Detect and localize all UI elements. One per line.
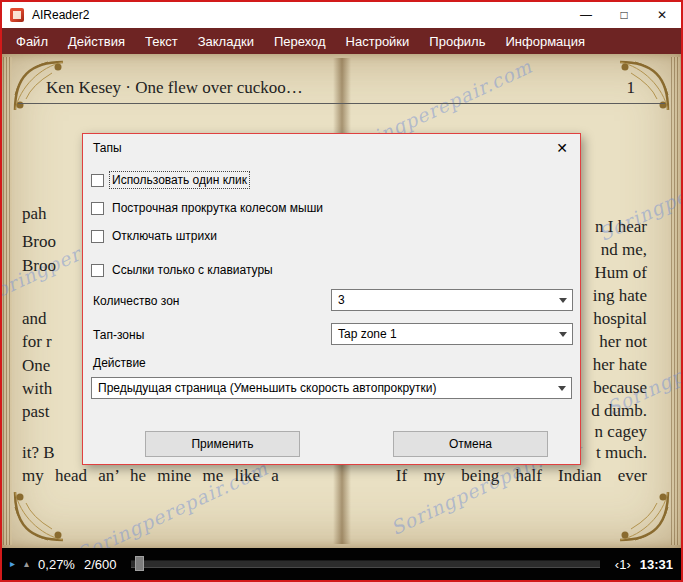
action-select[interactable]: Предыдущая страница (Уменьшить скорость … [91,377,572,399]
menu-file[interactable]: Файл [6,28,58,54]
apply-button[interactable]: Применить [145,431,300,457]
page-stack-left [3,57,12,545]
dialog-close-icon[interactable]: ✕ [553,139,571,157]
menu-profile[interactable]: Профиль [419,28,495,54]
chapter-indicator: ‹1› [615,557,631,572]
zones-count-select[interactable]: 3 [331,289,573,311]
menu-bar: Файл Действия Текст Закладки Переход Нас… [2,28,681,54]
checkbox-label: Ссылки только с клавиатуры [110,262,275,278]
status-marker-icon[interactable]: ▸ [10,559,15,569]
checkbox-single-click[interactable]: Использовать один клик [91,172,249,188]
book-text: Broo [22,232,56,252]
window-title: AIReader2 [32,8,89,22]
window-controls: — □ ✕ [567,2,681,28]
book-text: Hum of [595,263,647,283]
action-label: Действие [93,356,146,370]
dialog-title: Тапы [93,141,122,155]
checkbox-box[interactable] [91,174,104,187]
progress-slider[interactable] [131,560,599,568]
corner-ornament-icon [617,59,671,113]
menu-goto[interactable]: Переход [264,28,336,54]
zones-count-value: 3 [332,293,554,307]
book-text: her hate [593,355,647,375]
cancel-button[interactable]: Отмена [393,431,548,457]
book-text: n cagey [595,422,647,442]
corner-ornament-icon [12,489,66,543]
book-text: for r [22,332,52,352]
book-text: it? B [22,443,55,463]
tap-zones-value: Tap zone 1 [332,327,554,341]
book-text: with [22,379,52,399]
menu-info[interactable]: Информация [495,28,595,54]
checkbox-box[interactable] [91,202,104,215]
status-marker-icon[interactable]: ▴ [24,559,29,569]
corner-ornament-icon [617,489,671,543]
checkbox-disable-strokes[interactable]: Отключать штрихи [91,228,219,244]
tap-zones-label: Тап-зоны [93,328,144,342]
chevron-down-icon[interactable] [554,290,572,310]
checkbox-label: Построчная прокрутка колесом мыши [110,200,325,216]
book-text: my head an’ he mine me like a [22,466,279,486]
menu-text[interactable]: Текст [135,28,188,54]
menu-bookmarks[interactable]: Закладки [188,28,264,54]
clock: 13:31 [640,557,673,572]
menu-settings[interactable]: Настройки [336,28,420,54]
book-text: nd me, [601,240,647,260]
checkbox-links-keyboard-only[interactable]: Ссылки только с клавиатуры [91,262,275,278]
book-text: hospital [593,309,647,329]
book-text: past [22,402,49,422]
book-text: n I hear [595,217,647,237]
checkbox-line-scroll-wheel[interactable]: Построчная прокрутка колесом мыши [91,200,325,216]
taps-dialog: Тапы ✕ Использовать один клик Построчная… [82,133,581,465]
book-text: Broo [22,256,56,276]
tap-zones-select[interactable]: Tap zone 1 [331,323,573,345]
app-window: AIReader2 — □ ✕ Файл Действия Текст Закл… [0,0,683,582]
checkbox-box[interactable] [91,264,104,277]
progress-percent: 0,27% [38,557,75,572]
status-bar: ▸ ▴ 0,27% 2/600 ‹1› 13:31 [2,548,681,580]
page-stack-right [671,57,680,545]
chevron-down-icon[interactable] [554,324,572,344]
book-header: Ken Kesey · One flew over cuckoo… [46,78,303,98]
page-number: 1 [627,78,636,98]
book-text: because [593,378,647,398]
book-text: If my being half Indian ever [396,466,647,486]
title-bar: AIReader2 — □ ✕ [2,2,681,28]
book-text: ing hate [593,286,647,306]
minimize-button[interactable]: — [567,2,605,28]
app-icon [10,8,24,22]
zones-count-label: Количество зон [93,294,179,308]
page-counter: 2/600 [84,557,117,572]
slider-thumb[interactable] [135,556,144,571]
header-rule [18,103,665,104]
menu-actions[interactable]: Действия [58,28,135,54]
close-button[interactable]: ✕ [643,2,681,28]
book-text: and [22,309,47,329]
book-text: t much. [596,443,647,463]
book-text: One [22,356,50,376]
checkbox-label: Использовать один клик [110,172,249,188]
book-text: d dumb. [591,401,647,421]
action-value: Предыдущая страница (Уменьшить скорость … [92,381,553,395]
book-text: her not [599,332,647,352]
checkbox-label: Отключать штрихи [110,228,219,244]
book-text: pah [22,204,47,224]
chevron-down-icon[interactable] [553,378,571,398]
checkbox-box[interactable] [91,230,104,243]
maximize-button[interactable]: □ [605,2,643,28]
